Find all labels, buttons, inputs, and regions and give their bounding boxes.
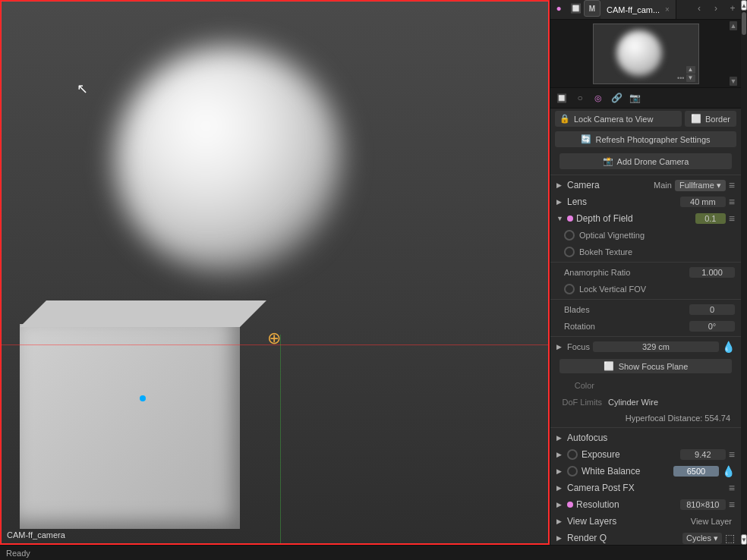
exposure-arrow: ▶: [556, 451, 564, 458]
panel-icon-m[interactable]: M: [584, 0, 600, 17]
scrollbar-down-btn[interactable]: ▼: [741, 534, 747, 545]
scene-origin-dot: [140, 395, 146, 401]
exposure-menu[interactable]: ≡: [729, 448, 735, 461]
sep-5: [550, 427, 741, 428]
panel-tab-close-btn[interactable]: ×: [665, 5, 670, 14]
anamorphic-ratio-value[interactable]: 1.000: [689, 267, 735, 278]
render-q-arrow-icon: ▾: [714, 533, 718, 543]
dof-value-btn[interactable]: 0.1: [695, 213, 726, 224]
camera-section[interactable]: ▶ Camera Main Fullframe ▾ ≡: [550, 177, 741, 193]
rotation-value[interactable]: 0°: [689, 321, 735, 332]
border-icon: ⬜: [691, 114, 701, 124]
exposure-toggle[interactable]: [567, 449, 578, 460]
dof-menu[interactable]: ≡: [729, 212, 735, 225]
focus-row: ▶ Focus 329 cm 💧: [550, 338, 741, 355]
prop-icon-data[interactable]: 📷: [626, 90, 643, 106]
panel-nav-forward[interactable]: ›: [708, 0, 724, 17]
scrollbar-up-btn[interactable]: ▲: [741, 0, 747, 11]
show-focus-plane-button[interactable]: ⬜ Show Focus Plane: [559, 359, 732, 373]
lock-vertical-fov-toggle[interactable]: [564, 284, 575, 294]
lens-menu[interactable]: ≡: [729, 196, 735, 208]
resolution-value-btn[interactable]: 810×810: [680, 499, 726, 510]
prop-icon-scene[interactable]: 🔲: [553, 90, 570, 106]
lock-camera-icon: 🔒: [559, 114, 570, 124]
refresh-photographer-button[interactable]: 🔄 Refresh Photographer Settings: [555, 131, 736, 147]
color-label: Color: [556, 381, 594, 390]
scene-cube-top: [20, 300, 266, 327]
preview-nav-down[interactable]: ▼: [686, 74, 695, 82]
exposure-section[interactable]: ▶ Exposure 9.42 ≡: [550, 446, 741, 463]
add-drone-button[interactable]: 📸 Add Drone Camera: [559, 153, 732, 169]
render-q-dropdown[interactable]: Cycles ▾: [682, 533, 722, 544]
dof-limits-value: Cylinder Wire: [608, 398, 658, 407]
panel-tab-add[interactable]: +: [724, 0, 741, 17]
autofocus-section[interactable]: ▶ Autofocus: [550, 429, 741, 446]
border-label: Border: [705, 115, 730, 124]
color-swatch[interactable]: [600, 379, 735, 392]
preview-scroll-down[interactable]: ▼: [730, 77, 737, 86]
blades-row: Blades 0: [550, 301, 741, 318]
panel-tab-active[interactable]: CAM-ff_cam... ×: [600, 0, 676, 19]
viewport[interactable]: ✕ ⊕ ↖ CAM-ff_camera: [0, 0, 550, 545]
resolution-section[interactable]: ▶ Resolution 810×810 ≡: [550, 496, 741, 513]
blades-label: Blades: [564, 305, 689, 314]
preview-nav-up[interactable]: ▲: [686, 66, 695, 74]
panel-icon-camera[interactable]: ●: [550, 0, 567, 17]
dof-active-dot[interactable]: [567, 216, 573, 222]
lock-camera-button[interactable]: 🔒 Lock Camera to View: [555, 111, 682, 127]
hyperfocal-text: Hyperfocal Distance: 554.74: [626, 414, 730, 423]
scene-vertical-line: [280, 335, 281, 544]
panel-icon-render[interactable]: 🔲: [567, 0, 584, 17]
render-q-value: Cycles: [686, 533, 711, 543]
lens-section[interactable]: ▶ Lens 40 mm ≡: [550, 193, 741, 210]
rotation-label: Rotation: [564, 322, 689, 331]
render-q-section[interactable]: ▶ Render Q Cycles ▾ ⬚: [550, 530, 741, 545]
preview-scrollbar: ▲ ▼: [729, 20, 738, 87]
prop-icon-constraint[interactable]: 🔗: [608, 90, 625, 106]
bokeh-texture-label: Bokeh Texture: [579, 247, 735, 256]
render-q-action[interactable]: ⬚: [725, 532, 735, 544]
show-focus-plane-label: Show Focus Plane: [619, 362, 689, 371]
post-fx-arrow: ▶: [556, 484, 564, 492]
blades-value[interactable]: 0: [689, 304, 735, 315]
bokeh-texture-toggle[interactable]: [564, 247, 575, 257]
prop-icon-object[interactable]: ◎: [590, 90, 607, 106]
camera-post-fx-section[interactable]: ▶ Camera Post FX ≡: [550, 480, 741, 496]
border-button[interactable]: ⬜ Border: [685, 111, 736, 127]
optical-vignetting-label: Optical Vignetting: [579, 231, 735, 240]
lens-value-btn[interactable]: 40 mm: [680, 197, 726, 207]
dof-row[interactable]: ▼ Depth of Field 0.1 ≡: [550, 210, 741, 227]
lock-vertical-fov-row[interactable]: Lock Vertical FOV: [550, 281, 741, 297]
wb-value-btn[interactable]: 6500: [673, 466, 719, 477]
scene-horizontal-line: [1, 344, 549, 345]
wb-label: White Balance: [582, 466, 673, 477]
camera-type-btn[interactable]: Fullframe ▾: [675, 180, 726, 191]
camera-label: Camera: [567, 180, 654, 190]
optical-vignetting-toggle[interactable]: [564, 230, 575, 241]
post-fx-menu[interactable]: ≡: [729, 482, 735, 494]
optical-vignetting-row[interactable]: Optical Vignetting: [550, 227, 741, 244]
status-text: Ready: [6, 549, 30, 558]
panel-nav-back[interactable]: ‹: [691, 0, 708, 17]
bokeh-texture-row[interactable]: Bokeh Texture: [550, 244, 741, 260]
wb-eyedropper[interactable]: 💧: [722, 465, 735, 477]
refresh-icon: 🔄: [581, 134, 591, 144]
lock-camera-label: Lock Camera to View: [574, 115, 653, 124]
focus-eyedropper[interactable]: 💧: [722, 341, 735, 353]
exposure-value-btn[interactable]: 9.42: [680, 449, 726, 460]
panel-scroll-area[interactable]: 🔒 Lock Camera to View ⬜ Border 🔄 Refresh…: [550, 109, 741, 545]
scrollbar-thumb[interactable]: [742, 12, 746, 35]
add-drone-label: Add Drone Camera: [617, 157, 689, 166]
focus-value-btn[interactable]: 329 cm: [593, 341, 719, 352]
prop-icon-world[interactable]: ○: [572, 90, 588, 106]
right-panel-outer: ● 🔲 M CAM-ff_cam... × ‹ › +: [550, 0, 747, 545]
right-panel: ● 🔲 M CAM-ff_cam... × ‹ › +: [550, 0, 741, 545]
view-layers-section[interactable]: ▶ View Layers View Layer: [550, 513, 741, 530]
white-balance-section[interactable]: ▶ White Balance 6500 💧: [550, 463, 741, 480]
preview-scroll-up[interactable]: ▲: [730, 21, 737, 30]
view-layer-value: View Layer: [691, 517, 732, 526]
wb-toggle[interactable]: [567, 466, 578, 477]
add-drone-row: 📸 Add Drone Camera: [550, 149, 741, 173]
camera-menu[interactable]: ≡: [729, 179, 735, 191]
resolution-menu[interactable]: ≡: [729, 499, 735, 511]
